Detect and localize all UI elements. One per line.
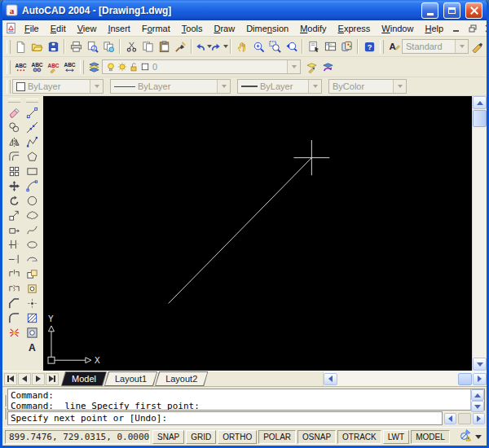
command-history[interactable]: Command:Command: _line Specify first poi… (8, 389, 470, 410)
communication-center-icon[interactable] (459, 428, 472, 445)
tab-previous-button[interactable] (18, 373, 31, 385)
toggle-polar[interactable]: POLAR (258, 430, 296, 444)
redo-button[interactable] (211, 38, 227, 55)
open-button[interactable] (29, 38, 45, 55)
toggle-otrack[interactable]: OTRACK (337, 430, 381, 444)
hatch-button[interactable] (24, 310, 40, 325)
toolbar-grip[interactable] (80, 60, 84, 74)
combo-caret-button[interactable] (308, 80, 321, 93)
mdi-restore-button[interactable] (465, 22, 479, 34)
toggle-snap[interactable]: SNAP (152, 430, 184, 444)
scroll-up-button[interactable] (473, 96, 487, 109)
menu-format[interactable]: Format (136, 22, 176, 35)
plotstyle-combo[interactable]: ByColor (328, 79, 407, 94)
scroll-down-button[interactable] (473, 358, 487, 371)
toggle-model[interactable]: MODEL (411, 430, 450, 444)
designcenter-button[interactable] (322, 38, 338, 55)
arc-button[interactable] (24, 178, 40, 193)
tab-layout2[interactable]: Layout2 (155, 371, 208, 386)
command-scroll-right-button[interactable] (473, 413, 485, 424)
combo-caret-button[interactable] (455, 40, 468, 53)
command-scroll-thumb[interactable] (458, 413, 471, 424)
mdi-close-button[interactable] (482, 22, 489, 34)
line-button[interactable] (24, 105, 40, 120)
publish-button[interactable] (100, 38, 117, 55)
autocad-app-icon[interactable]: a (6, 4, 19, 17)
single-line-text-button[interactable]: ABC (12, 59, 29, 75)
tool-palettes-button[interactable] (338, 38, 355, 55)
make-layer-current-button[interactable] (303, 59, 319, 75)
tab-layout1[interactable]: Layout1 (104, 371, 157, 386)
zoom-realtime-button[interactable] (250, 38, 267, 55)
command-history-scrollbar[interactable] (470, 389, 484, 410)
command-scroll-left-button[interactable] (444, 413, 456, 424)
find-replace-button[interactable]: ABC (29, 59, 45, 75)
combo-caret-button[interactable] (217, 80, 230, 93)
plot-button[interactable] (68, 38, 84, 55)
pan-button[interactable] (234, 38, 250, 55)
command-scroll-up-button[interactable] (471, 389, 484, 401)
drawing-file-icon[interactable] (5, 22, 17, 35)
new-button[interactable] (12, 38, 29, 55)
toolbar-grip[interactable] (8, 99, 20, 103)
polyline-button[interactable] (24, 134, 40, 149)
break-button[interactable] (7, 281, 22, 296)
mtext-button[interactable]: A (24, 340, 40, 354)
fillet-button[interactable] (7, 310, 22, 325)
toggle-grid[interactable]: GRID (186, 430, 216, 444)
plot-preview-button[interactable] (84, 38, 100, 55)
horizontal-scroll-thumb[interactable] (458, 373, 472, 385)
stretch-button[interactable] (7, 222, 22, 237)
menu-modify[interactable]: Modify (294, 22, 332, 35)
maximize-button[interactable] (443, 2, 460, 19)
menu-tools[interactable]: Tools (176, 22, 209, 35)
zoom-previous-button[interactable] (283, 38, 299, 55)
combo-caret-button[interactable] (287, 60, 300, 73)
scroll-left-button[interactable] (324, 373, 337, 385)
vertical-scroll-track[interactable] (473, 128, 487, 358)
tab-first-button[interactable] (4, 373, 17, 385)
toolbar-grip[interactable] (7, 40, 11, 54)
combo-caret-button[interactable] (90, 80, 103, 93)
drawn-line[interactable] (169, 158, 312, 304)
explode-button[interactable] (7, 325, 22, 340)
menu-dimension[interactable]: Dimension (240, 22, 294, 35)
revision-cloud-button[interactable] (24, 208, 40, 222)
point-button[interactable] (24, 296, 40, 310)
combo-caret-button[interactable] (393, 80, 406, 93)
linetype-combo[interactable]: ByLayer (110, 79, 231, 94)
circle-button[interactable] (24, 193, 40, 208)
help-button[interactable]: ? (361, 38, 377, 55)
command-scroll-down-button[interactable] (471, 401, 484, 412)
mdi-minimize-button[interactable] (449, 22, 463, 34)
offset-button[interactable] (7, 149, 22, 164)
tab-model[interactable]: Model (61, 371, 107, 386)
construction-line-button[interactable] (24, 120, 40, 134)
minimize-button[interactable] (421, 2, 438, 19)
ellipse-arc-button[interactable] (24, 252, 40, 266)
horizontal-scrollbar[interactable] (323, 371, 487, 386)
toggle-ortho[interactable]: ORTHO (218, 430, 257, 444)
menu-window[interactable]: Window (376, 22, 419, 35)
region-button[interactable] (24, 325, 40, 340)
drawing-canvas[interactable]: X Y (43, 96, 472, 371)
rectangle-button[interactable] (24, 164, 40, 178)
trim-button[interactable] (7, 237, 22, 252)
menu-view[interactable]: View (72, 22, 103, 35)
menu-express[interactable]: Express (333, 22, 377, 35)
toggle-osnap[interactable]: OSNAP (297, 430, 336, 444)
layers-button[interactable] (86, 59, 102, 75)
vertical-scrollbar[interactable] (472, 96, 487, 371)
toolbar-grip[interactable] (7, 60, 11, 74)
text-scale-button[interactable]: ABC (61, 59, 77, 75)
menu-insert[interactable]: Insert (102, 22, 136, 35)
copy-button[interactable] (7, 120, 22, 134)
mirror-button[interactable] (7, 134, 22, 149)
break-at-point-button[interactable] (7, 266, 22, 281)
text-style-button[interactable]: A (385, 38, 402, 55)
scale-button[interactable] (7, 208, 22, 222)
toolbar-grip[interactable] (26, 99, 38, 103)
extend-button[interactable] (7, 252, 22, 266)
toggle-lwt[interactable]: LWT (383, 430, 409, 444)
properties-button[interactable] (306, 38, 322, 55)
